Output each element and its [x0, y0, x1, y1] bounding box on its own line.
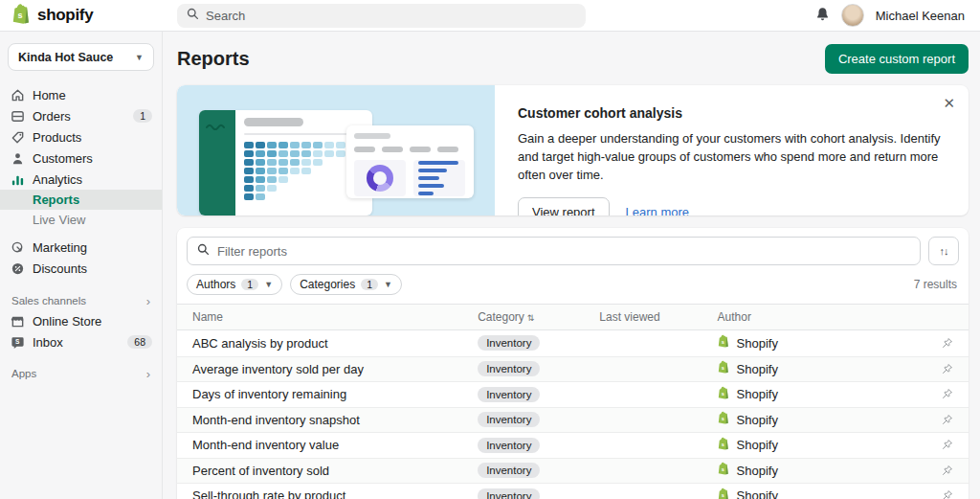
- sidebar-item-inbox[interactable]: S Inbox 68: [0, 331, 162, 352]
- shopify-bag-icon: s: [11, 3, 33, 29]
- author-name: Shopify: [737, 438, 778, 452]
- sidebar-item-label: Home: [33, 88, 66, 102]
- author-name: Shopify: [737, 336, 778, 351]
- report-name[interactable]: ABC analysis by product: [192, 336, 478, 351]
- report-name[interactable]: Month-end inventory snapshot: [192, 413, 478, 427]
- svg-text:S: S: [14, 338, 19, 345]
- report-name[interactable]: Percent of inventory sold: [192, 464, 478, 478]
- report-name[interactable]: Days of inventory remaining: [192, 387, 478, 401]
- category-badge: Inventory: [478, 463, 540, 478]
- category-badge: Inventory: [478, 488, 540, 499]
- chevron-down-icon: ▼: [264, 280, 273, 289]
- pin-icon[interactable]: [941, 388, 953, 400]
- results-count: 7 results: [914, 278, 957, 291]
- chevron-right-icon: ›: [146, 294, 150, 308]
- chip-label: Categories: [300, 278, 355, 291]
- donut-chart-illustration: [367, 165, 393, 192]
- global-search-input[interactable]: [206, 9, 576, 23]
- orders-icon: [10, 108, 25, 124]
- cohort-illustration: [177, 85, 495, 215]
- table-row[interactable]: Percent of inventory soldInventorysShopi…: [177, 458, 969, 484]
- illustration-sidebar: [199, 110, 235, 215]
- svg-text:s: s: [721, 391, 724, 397]
- sidebar-item-label: Reports: [33, 193, 79, 207]
- sidebar-item-label: Inbox: [33, 335, 63, 350]
- sidebar-item-analytics[interactable]: Analytics: [0, 169, 162, 190]
- column-header-category[interactable]: Category⇅: [478, 310, 599, 324]
- sidebar-item-orders[interactable]: Orders 1: [0, 105, 162, 126]
- apps-header[interactable]: Apps ›: [0, 364, 162, 383]
- sidebar-item-marketing[interactable]: Marketing: [0, 237, 162, 258]
- svg-text:s: s: [721, 416, 724, 421]
- report-name[interactable]: Sell-through rate by product: [192, 488, 478, 499]
- sidebar-item-home[interactable]: Home: [0, 84, 162, 105]
- table-row[interactable]: Days of inventory remainingInventorysSho…: [177, 381, 969, 407]
- shopify-wordmark: shopify: [37, 6, 93, 25]
- notification-bell-icon[interactable]: [815, 7, 830, 25]
- sidebar-item-label: Products: [33, 130, 81, 145]
- report-name[interactable]: Average inventory sold per day: [192, 362, 478, 376]
- main-content: Reports Create custom report: [163, 32, 980, 499]
- store-selector[interactable]: Kinda Hot Sauce ▼: [8, 43, 154, 71]
- authors-filter-chip[interactable]: Authors 1 ▼: [187, 274, 282, 295]
- svg-text:s: s: [18, 10, 23, 19]
- shopify-logo[interactable]: s shopify: [0, 3, 163, 29]
- sidebar-item-discounts[interactable]: Discounts: [0, 258, 162, 279]
- banner-description: Gain a deeper understanding of your cust…: [518, 130, 946, 185]
- view-report-button[interactable]: View report: [518, 197, 610, 215]
- discounts-icon: [10, 261, 25, 276]
- sidebar-item-label: Orders: [33, 109, 71, 124]
- shopify-bag-icon: s: [718, 462, 730, 479]
- store-name: Kinda Hot Sauce: [18, 51, 113, 64]
- sidebar-item-online-store[interactable]: Online Store: [0, 310, 162, 331]
- create-custom-report-button[interactable]: Create custom report: [825, 44, 969, 74]
- report-name[interactable]: Month-end inventory value: [192, 438, 478, 452]
- illustration-report-card: [346, 125, 474, 198]
- chevron-right-icon: ›: [146, 367, 150, 381]
- pin-icon[interactable]: [941, 439, 953, 451]
- sidebar-item-label: Marketing: [33, 240, 87, 255]
- sidebar-item-label: Live View: [33, 213, 85, 227]
- sidebar-item-reports[interactable]: Reports: [0, 190, 162, 210]
- svg-text:s: s: [721, 339, 724, 345]
- shopify-bag-icon: s: [718, 334, 730, 352]
- sidebar-item-live-view[interactable]: Live View: [0, 210, 162, 230]
- pin-icon[interactable]: [941, 489, 953, 499]
- sidebar-item-customers[interactable]: Customers: [0, 147, 162, 169]
- shopify-bag-icon: s: [718, 360, 730, 377]
- pin-icon[interactable]: [941, 414, 953, 426]
- section-label: Sales channels: [11, 295, 86, 306]
- pin-icon[interactable]: [941, 337, 953, 350]
- pin-icon[interactable]: [941, 363, 953, 375]
- table-row[interactable]: Sell-through rate by productInventorysSh…: [177, 483, 969, 499]
- table-row[interactable]: Average inventory sold per dayInventorys…: [177, 356, 969, 382]
- category-badge: Inventory: [478, 412, 540, 427]
- table-row[interactable]: Month-end inventory snapshotInventorysSh…: [177, 407, 969, 433]
- user-avatar[interactable]: [841, 4, 864, 27]
- learn-more-link[interactable]: Learn more: [626, 205, 689, 215]
- inbox-count-badge: 68: [127, 335, 152, 349]
- author-name: Shopify: [737, 413, 778, 427]
- banner-title: Customer cohort analysis: [518, 105, 946, 121]
- table-row[interactable]: ABC analysis by productInventorysShopify: [177, 330, 969, 356]
- sort-button[interactable]: ↑↓: [928, 237, 959, 265]
- marketing-icon: [10, 239, 25, 255]
- filter-reports-field[interactable]: [187, 237, 921, 265]
- close-icon[interactable]: ✕: [943, 96, 955, 110]
- pin-icon[interactable]: [941, 465, 953, 477]
- filter-reports-input[interactable]: [217, 244, 910, 259]
- customers-icon: [10, 150, 25, 166]
- cohort-analysis-banner: Customer cohort analysis Gain a deeper u…: [177, 85, 969, 215]
- table-row[interactable]: Month-end inventory valueInventorysShopi…: [177, 432, 969, 458]
- search-icon: [187, 8, 199, 23]
- sidebar-item-products[interactable]: Products: [0, 126, 162, 147]
- svg-text:s: s: [721, 466, 724, 472]
- sales-channels-header[interactable]: Sales channels ›: [0, 291, 162, 310]
- online-store-icon: [10, 313, 25, 329]
- authors-count-badge: 1: [241, 279, 258, 290]
- svg-text:s: s: [721, 442, 724, 447]
- user-name[interactable]: Michael Keenan: [876, 9, 965, 23]
- global-search[interactable]: [177, 4, 586, 28]
- categories-filter-chip[interactable]: Categories 1 ▼: [290, 274, 402, 295]
- svg-text:s: s: [721, 365, 724, 371]
